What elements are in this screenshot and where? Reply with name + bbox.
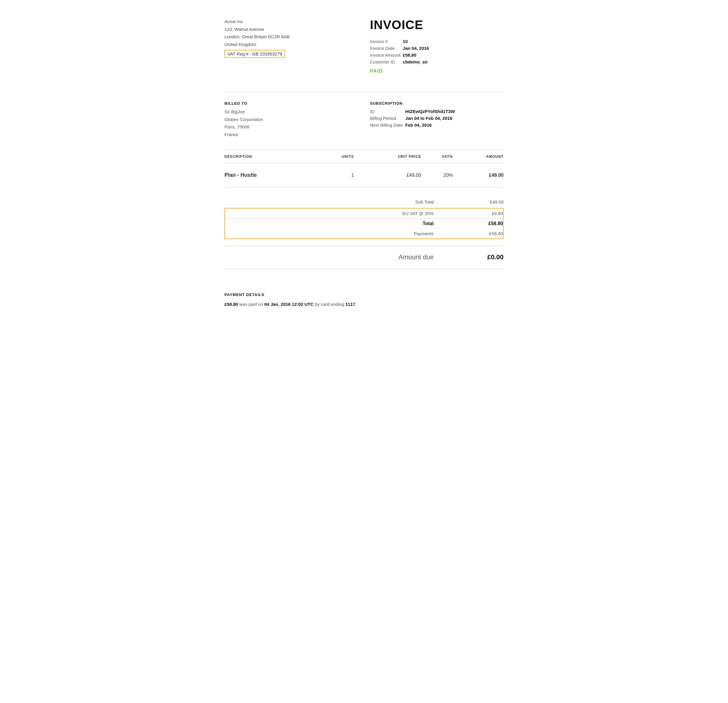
paid-status: PAID — [370, 68, 504, 74]
eu-vat-label: EU VAT @ 20% — [225, 208, 434, 219]
payment-details-label: PAYMENT DETAILS — [224, 292, 504, 297]
highlighted-totals-table: EU VAT @ 20% £9.80 Total £58.80 Payments… — [224, 208, 504, 239]
row-amount: £49.00 — [453, 163, 504, 187]
customer-id-value: cbdemo_sir — [403, 58, 431, 65]
billed-to-name: Sir BigJoe — [224, 108, 358, 116]
invoice-number-value: 10 — [403, 38, 431, 45]
amount-due-divider — [224, 246, 504, 246]
payment-date: 04 Jan, 2016 12:02 UTC — [264, 302, 313, 307]
billed-to-label: BILLED TO — [224, 101, 358, 105]
row-unit-price: £49.00 — [354, 163, 421, 187]
billed-to-country: France — [224, 131, 358, 138]
subscription-info: SUBSCRIPTION ID HtZEwQzPYofShd1T3W Billi… — [358, 101, 504, 138]
company-address2: London, Great Britain EC2R 6AB — [224, 33, 358, 40]
sub-period-label: Billing Period — [370, 115, 405, 122]
payment-text-mid1: was paid on — [238, 302, 264, 307]
payment-details-text: £58.80 was paid on 04 Jan, 2016 12:02 UT… — [224, 302, 504, 307]
col-header-description: DESCRIPTION — [224, 150, 319, 163]
divider-1 — [224, 92, 504, 92]
row-vat: 20% — [421, 163, 453, 187]
invoice-amount-value: £58.80 — [403, 52, 431, 58]
billed-to-company: Globex Corporation — [224, 116, 358, 123]
subscription-label: SUBSCRIPTION — [370, 101, 504, 105]
company-address1: 123, Walnut Avenue — [224, 26, 358, 33]
payment-text-mid3: ending — [329, 302, 345, 307]
col-header-unit-price: UNIT PRICE — [354, 150, 421, 163]
items-table: DESCRIPTION UNITS UNIT PRICE VAT% AMOUNT… — [224, 150, 504, 187]
payment-text-mid2: by — [313, 302, 321, 307]
subscription-details-table: ID HtZEwQzPYofShd1T3W Billing Period Jan… — [370, 108, 457, 128]
invoice-amount-label: Invoice Amount — [370, 52, 403, 58]
payments-label: Payments — [225, 229, 434, 239]
vat-reg-label: VAT Reg # : — [227, 51, 251, 56]
company-address3: United Kingdom — [224, 40, 358, 48]
amount-due-value: £0.00 — [434, 249, 504, 264]
row-units: 1 — [319, 163, 354, 187]
totals-table: Sub Total £49.00 — [224, 193, 504, 207]
eu-vat-value: £9.80 — [434, 208, 504, 219]
sub-id-value: HtZEwQzPYofShd1T3W — [405, 108, 457, 115]
customer-id-label: Customer ID — [370, 58, 403, 65]
payment-method: card — [321, 302, 329, 307]
payment-amount: £58.80 — [224, 302, 238, 307]
total-value: £58.80 — [434, 219, 504, 229]
invoice-details-table: Invoice # 10 Invoice Date Jan 04, 2016 I… — [370, 38, 431, 65]
amount-due-table: Amount due £0.00 — [224, 240, 504, 272]
row-description: Plan - Hustle — [224, 163, 319, 187]
total-label: Total — [225, 219, 434, 229]
vat-reg-number: GB 231653279 — [252, 51, 282, 56]
company-info: Acme Inc 123, Walnut Avenue London, Grea… — [224, 18, 358, 74]
payments-value: -£58.80 — [434, 229, 504, 239]
payment-details: PAYMENT DETAILS £58.80 was paid on 04 Ja… — [224, 287, 504, 307]
vat-reg-box: VAT Reg # : GB 231653279 — [224, 50, 285, 58]
totals-section: Sub Total £49.00 EU VAT @ 20% £9.80 Tota… — [224, 193, 504, 272]
invoice-meta: INVOICE Invoice # 10 Invoice Date Jan 04… — [358, 18, 504, 74]
payment-last4: 1117 — [345, 302, 355, 307]
col-header-units: UNITS — [319, 150, 354, 163]
company-name: Acme Inc — [224, 18, 358, 26]
table-row: Plan - Hustle 1 £49.00 20% £49.00 — [224, 163, 504, 187]
amount-due-bottom-divider — [224, 269, 504, 269]
billing-section: BILLED TO Sir BigJoe Globex Corporation … — [224, 101, 504, 138]
subtotal-label: Sub Total — [224, 193, 434, 207]
invoice-date-label: Invoice Date — [370, 45, 403, 52]
payment-text-end: . — [355, 302, 356, 307]
col-header-vat: VAT% — [421, 150, 453, 163]
sub-next-billing-label: Next Billing Date — [370, 122, 405, 128]
billed-to-city: Paris, 75008 — [224, 123, 358, 131]
amount-due-label: Amount due — [224, 249, 434, 264]
subtotal-value: £49.00 — [434, 193, 504, 207]
invoice-date-value: Jan 04, 2016 — [403, 45, 431, 52]
invoice-title: INVOICE — [370, 18, 504, 32]
sub-period-value: Jan 04 to Feb 04, 2016 — [405, 115, 457, 122]
invoice-header: Acme Inc 123, Walnut Avenue London, Grea… — [224, 18, 504, 74]
col-header-amount: AMOUNT — [453, 150, 504, 163]
billed-to: BILLED TO Sir BigJoe Globex Corporation … — [224, 101, 358, 138]
invoice-number-label: Invoice # — [370, 38, 403, 45]
sub-id-label: ID — [370, 108, 405, 115]
sub-next-billing-value: Feb 04, 2016 — [405, 122, 457, 128]
